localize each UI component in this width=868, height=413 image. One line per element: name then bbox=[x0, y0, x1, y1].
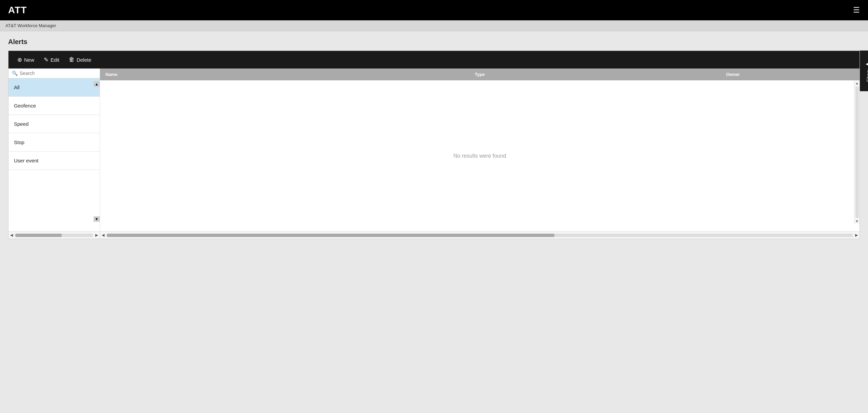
left-scroll-down-arrow[interactable]: ▼ bbox=[94, 216, 100, 222]
vscroll-down-arrow[interactable]: ▼ bbox=[855, 219, 859, 224]
search-bar: 🔍 bbox=[8, 68, 100, 78]
show-panel-label: Show bbox=[866, 70, 868, 82]
delete-icon: 🗑 bbox=[69, 56, 75, 63]
col-header-owner: Owner bbox=[606, 68, 860, 80]
category-item-geofence[interactable]: Geofence bbox=[8, 97, 100, 115]
edit-icon: ✎ bbox=[44, 56, 48, 63]
right-scroll-left-arrow[interactable]: ◀ bbox=[101, 233, 105, 237]
sub-nav-label: AT&T Workforce Manager bbox=[5, 23, 56, 28]
main-panel-wrapper: ⊕ New ✎ Edit 🗑 Delete 🔍 bbox=[8, 51, 860, 239]
top-nav: ATT ☰ bbox=[0, 0, 868, 20]
right-panel: Name Type Owner No results were found ▲ … bbox=[100, 68, 860, 231]
search-icon: 🔍 bbox=[12, 71, 18, 76]
hamburger-icon[interactable]: ☰ bbox=[853, 6, 860, 15]
new-label: New bbox=[24, 57, 34, 63]
edit-button[interactable]: ✎ Edit bbox=[40, 54, 63, 65]
category-list: All Geofence Speed Stop User event bbox=[8, 78, 100, 231]
column-headers: Name Type Owner bbox=[100, 68, 860, 80]
page-content: Alerts ⊕ New ✎ Edit 🗑 Delete bbox=[0, 31, 868, 246]
right-vscroll[interactable]: ▲ ▼ bbox=[854, 81, 860, 224]
left-scroll-up-arrow[interactable]: ▲ bbox=[94, 81, 100, 87]
left-panel: 🔍 All Geofence Speed Stop User event ▲ bbox=[8, 68, 100, 231]
left-scroll-left-arrow[interactable]: ◀ bbox=[9, 233, 14, 237]
page-title: Alerts bbox=[8, 38, 860, 46]
new-icon: ⊕ bbox=[17, 56, 22, 63]
main-panel: ⊕ New ✎ Edit 🗑 Delete 🔍 bbox=[8, 51, 860, 239]
right-scroll-track[interactable] bbox=[107, 234, 853, 237]
right-scrollbar: ◀ ▶ bbox=[100, 232, 860, 239]
toolbar: ⊕ New ✎ Edit 🗑 Delete bbox=[8, 51, 860, 68]
sub-nav: AT&T Workforce Manager bbox=[0, 20, 868, 31]
category-item-speed[interactable]: Speed bbox=[8, 115, 100, 133]
col-header-name: Name bbox=[100, 68, 353, 80]
search-input[interactable] bbox=[20, 71, 96, 76]
right-scroll-right-arrow[interactable]: ▶ bbox=[854, 233, 859, 237]
vscroll-track bbox=[855, 86, 859, 218]
delete-label: Delete bbox=[77, 57, 91, 63]
empty-message: No results were found bbox=[453, 153, 506, 159]
content-area: 🔍 All Geofence Speed Stop User event ▲ bbox=[8, 68, 860, 231]
show-panel-arrow: ◀ bbox=[866, 60, 868, 67]
left-scrollbar: ◀ ▶ bbox=[8, 232, 100, 239]
left-scroll-thumb bbox=[15, 234, 62, 237]
app-logo: ATT bbox=[8, 5, 27, 16]
delete-button[interactable]: 🗑 Delete bbox=[65, 54, 95, 65]
table-body: No results were found bbox=[100, 80, 860, 231]
right-scroll-thumb bbox=[107, 234, 554, 237]
scrollbar-row: ◀ ▶ ◀ ▶ bbox=[8, 231, 860, 239]
show-panel[interactable]: ◀ Show bbox=[860, 51, 868, 91]
new-button[interactable]: ⊕ New bbox=[13, 54, 38, 65]
category-item-stop[interactable]: Stop bbox=[8, 133, 100, 152]
col-header-type: Type bbox=[353, 68, 607, 80]
left-scroll-right-arrow[interactable]: ▶ bbox=[94, 233, 99, 237]
left-scroll-track[interactable] bbox=[15, 234, 93, 237]
edit-label: Edit bbox=[51, 57, 59, 63]
category-item-all[interactable]: All bbox=[8, 78, 100, 97]
category-item-user-event[interactable]: User event bbox=[8, 152, 100, 170]
vscroll-up-arrow[interactable]: ▲ bbox=[855, 81, 859, 86]
